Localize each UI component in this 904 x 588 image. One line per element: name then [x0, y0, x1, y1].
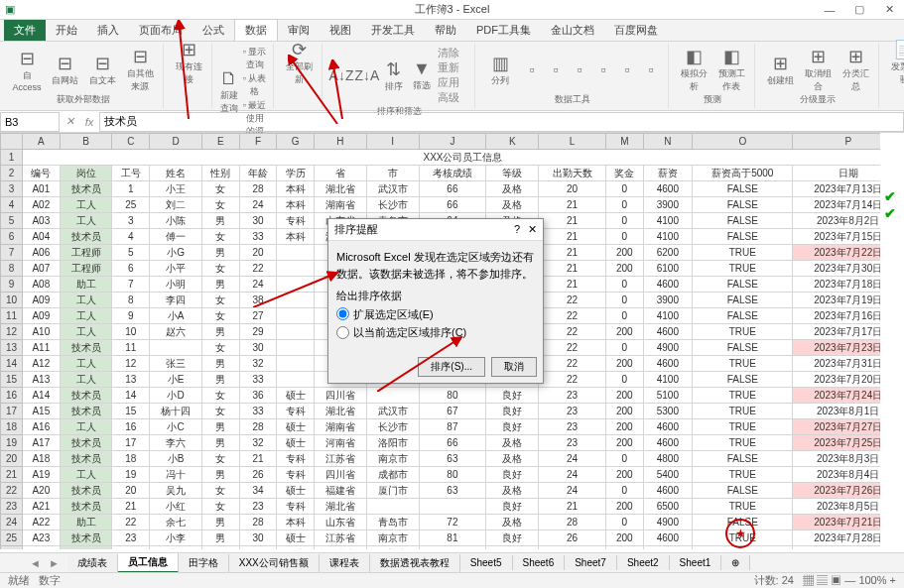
cell[interactable]: A01	[23, 181, 61, 197]
cell[interactable]: 4800	[643, 451, 692, 467]
cell[interactable]: 男	[201, 245, 239, 261]
cell[interactable]: 5	[112, 245, 150, 261]
cell[interactable]: 工人	[60, 467, 112, 483]
cell[interactable]: 长沙市	[366, 197, 419, 213]
sheet-tab[interactable]: 课程表	[320, 554, 370, 572]
cell[interactable]: 小F	[150, 546, 202, 550]
cell[interactable]: 24	[539, 483, 606, 499]
cell[interactable]: 专科	[277, 451, 315, 467]
cell[interactable]: 女	[201, 293, 239, 308]
cell[interactable]: 李六	[150, 435, 202, 451]
cell[interactable]: A06	[23, 245, 61, 261]
cell[interactable]: 技术员	[60, 530, 112, 546]
cell[interactable]: A04	[23, 229, 61, 245]
cell[interactable]: 0	[605, 277, 643, 293]
ribbon-tab[interactable]: 金山文档	[541, 20, 604, 41]
cell[interactable]: 工人	[60, 308, 112, 324]
cell[interactable]: 良好	[486, 388, 539, 404]
cell[interactable]: 南京市	[366, 451, 419, 467]
cell[interactable]	[277, 324, 315, 340]
cell[interactable]: 0	[605, 229, 643, 245]
cell[interactable]: TRUE	[693, 245, 793, 261]
cell[interactable]: TRUE	[693, 435, 793, 451]
cell[interactable]: A10	[23, 324, 61, 340]
cell[interactable]: 女	[201, 499, 239, 515]
name-box[interactable]: B3	[0, 112, 60, 132]
dialog-help-icon[interactable]: ?	[514, 223, 520, 236]
expand-selection-radio[interactable]: 扩展选定区域(E)	[336, 306, 535, 323]
cell[interactable]: 22	[112, 515, 150, 530]
ribbon-tab[interactable]: 开始	[46, 20, 87, 41]
cell[interactable]: 硕士	[277, 419, 315, 435]
cell[interactable]: 63	[419, 451, 486, 467]
cell[interactable]: 33	[239, 372, 277, 388]
cell[interactable]: 工人	[60, 213, 112, 229]
cell[interactable]: 江苏省	[314, 530, 366, 546]
cell[interactable]: 助工	[60, 277, 112, 293]
cell[interactable]: 24	[239, 277, 277, 293]
cell[interactable]: 杨十四	[150, 404, 202, 419]
refresh-all-button[interactable]: ⟳全部刷新	[282, 46, 316, 79]
cell[interactable]: A07	[23, 261, 61, 277]
cell[interactable]: 厦门市	[366, 483, 419, 499]
cell[interactable]: TRUE	[693, 261, 793, 277]
sheet-nav-next-icon[interactable]: ►	[49, 557, 60, 569]
cell[interactable]: 福建省	[314, 546, 366, 550]
cell[interactable]: 30	[239, 340, 277, 356]
cell[interactable]: 4100	[643, 213, 692, 229]
cell[interactable]: 24	[539, 451, 606, 467]
sheet-tab[interactable]: Sheet6	[513, 555, 566, 570]
cell[interactable]: 湖北省	[314, 181, 366, 197]
cell[interactable]	[419, 499, 486, 515]
cell[interactable]: 80	[419, 467, 486, 483]
cell[interactable]: 36	[239, 388, 277, 404]
cell[interactable]: 24	[539, 467, 606, 483]
cell[interactable]: 吴九	[150, 483, 202, 499]
add-sheet-button[interactable]: ⊕	[721, 555, 750, 570]
cell[interactable]: FALSE	[693, 308, 793, 324]
cell[interactable]: A17	[23, 435, 61, 451]
cell[interactable]: A19	[23, 467, 61, 483]
cell[interactable]: 26	[539, 546, 606, 550]
sheet-tab[interactable]: 田字格	[179, 554, 229, 572]
cell[interactable]: 男	[201, 213, 239, 229]
cell[interactable]: 17	[112, 435, 150, 451]
cell[interactable]: 小明	[150, 277, 202, 293]
cell[interactable]: 小D	[150, 388, 202, 404]
cell[interactable]: 5100	[643, 388, 692, 404]
cell[interactable]: A03	[23, 213, 61, 229]
cell[interactable]: 10100	[643, 546, 692, 550]
cell[interactable]: 4600	[643, 356, 692, 372]
cell[interactable]: 女	[201, 404, 239, 419]
sheet-tab[interactable]: Sheet5	[460, 555, 513, 570]
cell[interactable]: 21	[539, 213, 606, 229]
import-button[interactable]: ⊟自网站	[48, 53, 81, 86]
cell[interactable]: 63	[419, 483, 486, 499]
cell[interactable]: 87	[419, 419, 486, 435]
cell[interactable]: 34	[239, 483, 277, 499]
cell[interactable]: 3900	[643, 197, 692, 213]
cell[interactable]: 0	[605, 213, 643, 229]
cell[interactable]: 4600	[643, 435, 692, 451]
cell[interactable]: 小李	[150, 530, 202, 546]
cell[interactable]: 12	[112, 356, 150, 372]
cell[interactable]: 200	[605, 419, 643, 435]
cell[interactable]: A16	[23, 419, 61, 435]
cell[interactable]: 72	[419, 515, 486, 530]
data-tool-button[interactable]: ▫	[545, 59, 567, 80]
cell[interactable]: 厦门市	[366, 546, 419, 550]
text-to-columns-button[interactable]: ▥分列	[483, 53, 517, 86]
ribbon-tab[interactable]: 插入	[87, 20, 129, 41]
cell[interactable]: 技术员	[60, 229, 112, 245]
cell[interactable]: 22	[539, 356, 606, 372]
dialog-close-icon[interactable]: ✕	[528, 223, 537, 236]
cell[interactable]: 助工	[60, 515, 112, 530]
cell[interactable]: 工人	[60, 197, 112, 213]
cell[interactable]: 38	[239, 293, 277, 308]
cell[interactable]: 4	[112, 229, 150, 245]
cell[interactable]: 河南省	[314, 435, 366, 451]
cell[interactable]: 28	[239, 181, 277, 197]
cell[interactable]: 男	[201, 515, 239, 530]
sheet-tab[interactable]: Sheet2	[617, 555, 670, 570]
cell[interactable]: 200	[605, 324, 643, 340]
